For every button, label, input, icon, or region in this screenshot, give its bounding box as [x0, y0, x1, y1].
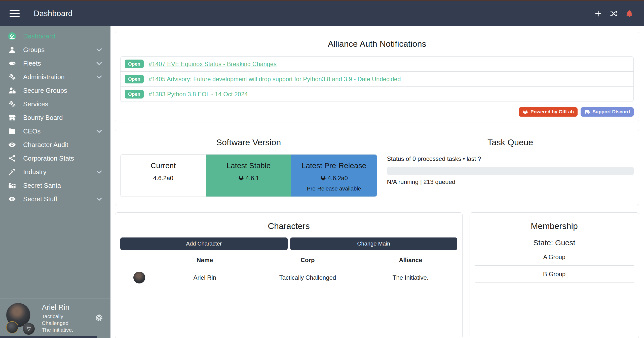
- sidebar-item-secure-groups[interactable]: Secure Groups: [0, 84, 110, 97]
- discord-icon: [584, 109, 590, 115]
- gears-icon: [8, 72, 17, 81]
- chevron-down-icon: [95, 127, 103, 135]
- version-label: Current: [123, 161, 203, 170]
- main-content: Alliance Auth Notifications Open #1407 E…: [110, 26, 644, 338]
- sidebar-item-secret-santa[interactable]: Secret Santa: [0, 179, 110, 192]
- user-corp: Tactically Challenged: [42, 313, 88, 327]
- version-label: Latest Stable: [208, 161, 289, 170]
- gauge-icon: [8, 32, 17, 41]
- chevron-down-icon: [95, 195, 103, 203]
- eye-icon: [8, 195, 17, 204]
- hamburger-menu-icon[interactable]: [10, 9, 20, 19]
- table-row: Ariel Rin Tactically Challenged The Init…: [120, 268, 457, 287]
- sidebar-item-label: Secret Santa: [23, 182, 61, 189]
- task-queue-status: Status of 0 processed tasks • last ?: [387, 155, 634, 162]
- sidebar-item-industry[interactable]: Industry: [0, 165, 110, 179]
- version-current-cell: Current 4.6.2a0: [121, 155, 206, 197]
- sidebar-item-label: Industry: [23, 168, 47, 176]
- gitlab-tanuki-icon: [238, 175, 244, 181]
- gifts-icon: [8, 181, 17, 190]
- column-alliance: Alliance: [364, 257, 457, 264]
- user-alliance: The Initiative.: [42, 327, 88, 333]
- notification-link[interactable]: #1407 EVE Equinox Status - Breaking Chan…: [149, 61, 277, 68]
- eye-icon: [8, 140, 17, 149]
- notification-link[interactable]: #1405 Advisory: Future development will …: [149, 76, 401, 83]
- notification-link[interactable]: #1383 Python 3.8 EOL - 14 Oct 2024: [149, 91, 248, 98]
- character-portrait: [133, 272, 145, 283]
- sidebar: Dashboard Groups: [0, 26, 110, 338]
- sidebar-item-secret-stuff[interactable]: Secret Stuff: [0, 192, 110, 206]
- user-lock-icon: [8, 86, 17, 95]
- sidebar-item-dashboard[interactable]: Dashboard: [0, 29, 110, 43]
- gitlab-tanuki-icon: [522, 109, 528, 115]
- chevron-down-icon: [95, 60, 103, 67]
- notification-item: Open #1383 Python 3.8 EOL - 14 Oct 2024: [121, 86, 633, 102]
- membership-state: State: Guest: [475, 238, 634, 247]
- folder-icon: [8, 127, 17, 136]
- badge-label: Powered by GitLab: [531, 109, 574, 115]
- notifications-bell-icon[interactable]: [625, 10, 633, 18]
- gitlab-tanuki-icon: [320, 175, 326, 181]
- sidebar-item-administration[interactable]: Administration: [0, 70, 110, 84]
- sidebar-item-fleets[interactable]: Fleets: [0, 57, 110, 70]
- sidebar-item-label: Fleets: [23, 60, 41, 67]
- change-main-button[interactable]: Change Main: [290, 237, 458, 250]
- software-version-title: Software Version: [120, 137, 377, 147]
- task-queue-progress-bar: [387, 167, 634, 175]
- page-title: Dashboard: [34, 9, 72, 18]
- sidebar-item-label: Character Audit: [23, 141, 68, 149]
- user-icon: [8, 45, 17, 54]
- column-name: Name: [158, 257, 252, 264]
- add-character-button[interactable]: Add Character: [120, 237, 288, 250]
- notification-item: Open #1407 EVE Equinox Status - Breaking…: [121, 57, 633, 71]
- column-corp: Corp: [252, 257, 364, 264]
- status-badge: Open: [125, 75, 144, 83]
- software-taskqueue-panel: Software Version Current 4.6.2a0 Latest …: [115, 129, 639, 206]
- top-navbar: Dashboard: [0, 1, 644, 26]
- characters-table: Name Corp Alliance Ariel Rin Tactically …: [120, 252, 457, 287]
- version-row: Current 4.6.2a0 Latest Stable 4.6.1: [120, 154, 377, 197]
- notifications-panel: Alliance Auth Notifications Open #1407 E…: [115, 31, 639, 122]
- version-number: 4.6.2a0: [328, 175, 348, 182]
- sidebar-item-label: CEOs: [23, 127, 41, 135]
- add-character-nav-icon[interactable]: [594, 10, 602, 18]
- version-number: 4.6.1: [246, 175, 259, 182]
- version-prerelease-cell: Latest Pre-Release 4.6.2a0 Pre-Release a…: [291, 155, 376, 197]
- user-settings-gear-icon[interactable]: [94, 313, 104, 323]
- change-main-shuffle-icon[interactable]: [610, 10, 618, 18]
- badge-label: Support Discord: [592, 109, 630, 115]
- membership-group: B Group: [475, 266, 634, 283]
- corp-logo-badge: [6, 321, 18, 333]
- character-alliance: The Initiative.: [364, 274, 457, 281]
- share-icon: [8, 154, 17, 163]
- sidebar-item-character-audit[interactable]: Character Audit: [0, 138, 110, 152]
- status-badge: Open: [125, 90, 144, 99]
- chevron-down-icon: [95, 73, 103, 81]
- version-stable-cell: Latest Stable 4.6.1: [206, 155, 291, 197]
- chevron-down-icon: [95, 168, 103, 176]
- sidebar-item-label: Groups: [23, 46, 45, 54]
- notification-item: Open #1405 Advisory: Future development …: [121, 71, 633, 86]
- character-name: Ariel Rin: [158, 274, 252, 281]
- sidebar-item-label: Secret Stuff: [23, 195, 57, 203]
- sidebar-item-label: Services: [23, 100, 48, 108]
- sidebar-item-label: Administration: [23, 73, 65, 81]
- sidebar-item-corporation-stats[interactable]: Corporation Stats: [0, 152, 110, 165]
- support-discord-badge[interactable]: Support Discord: [581, 107, 634, 117]
- sidebar-item-services[interactable]: Services: [0, 97, 110, 111]
- sidebar-item-label: Secure Groups: [23, 87, 67, 94]
- shuttle-icon: [8, 59, 17, 68]
- sidebar-item-ceos[interactable]: CEOs: [0, 124, 110, 138]
- gears-icon: [8, 100, 17, 109]
- powered-by-gitlab-badge[interactable]: Powered by GitLab: [519, 107, 578, 117]
- sidebar-item-groups[interactable]: Groups: [0, 43, 110, 57]
- task-queue-counts: N/A running | 213 queued: [387, 178, 634, 185]
- sidebar-item-bounty-board[interactable]: Bounty Board: [0, 111, 110, 124]
- user-name: Ariel Rin: [42, 303, 88, 312]
- notifications-title: Alliance Auth Notifications: [120, 39, 634, 49]
- task-queue-title: Task Queue: [387, 137, 634, 147]
- characters-panel: Characters Add Character Change Main Nam…: [115, 212, 463, 338]
- sidebar-item-label: Bounty Board: [23, 114, 63, 122]
- store-icon: [8, 113, 17, 122]
- notifications-list: Open #1407 EVE Equinox Status - Breaking…: [120, 56, 634, 102]
